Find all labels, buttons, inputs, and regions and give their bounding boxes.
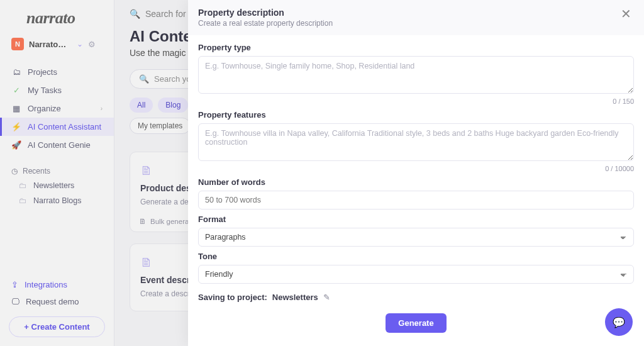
modal-body: Property type 0 / 150 Property features … [188, 35, 644, 346]
property-features-counter: 0 / 10000 [198, 165, 634, 172]
saving-label: Saving to project: [198, 293, 267, 302]
property-type-label: Property type [198, 43, 634, 52]
format-select[interactable]: Paragraphs [198, 228, 634, 247]
property-features-input[interactable] [198, 123, 634, 161]
format-label: Format [198, 215, 634, 224]
tone-select[interactable]: Friendly [198, 265, 634, 284]
modal-header-text: Property description Create a real estat… [198, 8, 333, 28]
saving-project: Newsletters [272, 293, 318, 302]
tone-label: Tone [198, 252, 634, 261]
saving-to-project-row: Saving to project: Newsletters ✎ [198, 293, 634, 302]
generate-row: Generate [198, 313, 634, 333]
number-of-words-label: Number of words [198, 177, 634, 187]
property-type-input[interactable] [198, 56, 634, 94]
property-description-modal: Property description Create a real estat… [188, 0, 644, 346]
modal-title: Property description [198, 8, 333, 18]
edit-icon[interactable]: ✎ [323, 293, 330, 302]
modal-subtitle: Create a real estate property descriptio… [198, 19, 333, 28]
modal-header: Property description Create a real estat… [188, 0, 644, 35]
generate-button[interactable]: Generate [386, 313, 446, 333]
number-of-words-input[interactable] [198, 191, 634, 209]
chat-icon: 💬 [613, 316, 625, 328]
close-icon[interactable]: ✕ [621, 8, 631, 20]
property-features-label: Property features [198, 110, 634, 120]
chat-launcher[interactable]: 💬 [605, 308, 633, 336]
property-type-counter: 0 / 150 [198, 98, 634, 105]
